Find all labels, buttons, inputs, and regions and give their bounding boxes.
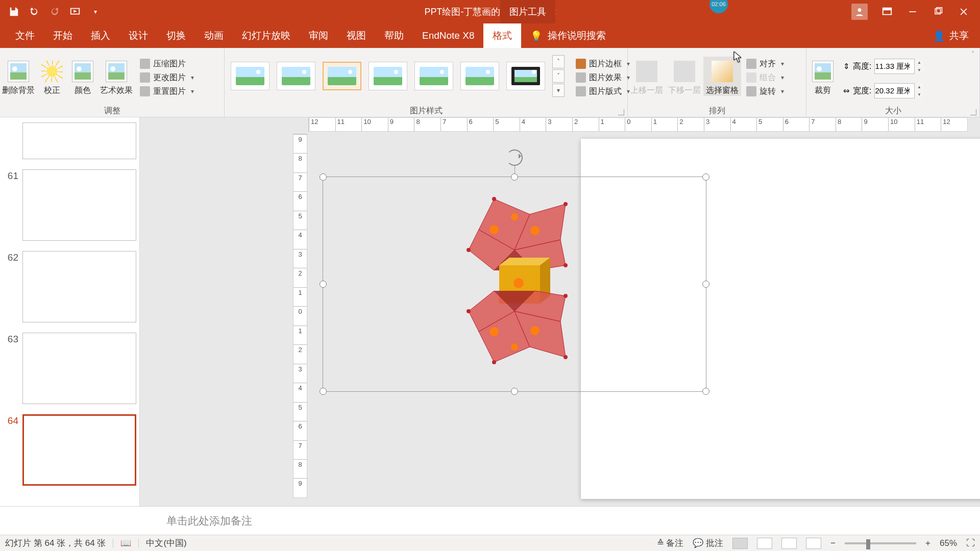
artistic-effects-button[interactable]: 艺术效果 xyxy=(98,57,135,96)
resize-handle-e[interactable] xyxy=(702,281,709,288)
collapse-ribbon-icon[interactable]: ˄ xyxy=(969,50,977,58)
canvas-area[interactable] xyxy=(310,136,966,498)
zoom-level[interactable]: 65% xyxy=(940,538,957,548)
style-item-5[interactable] xyxy=(414,62,453,90)
svg-point-23 xyxy=(489,327,499,336)
selection-pane-button[interactable]: 选择窗格 xyxy=(703,57,741,96)
tab-animations[interactable]: 动画 xyxy=(195,23,233,48)
thumbnail-61[interactable]: 61 xyxy=(0,164,139,246)
tell-me[interactable]: 💡 操作说明搜索 xyxy=(530,29,606,42)
resize-handle-nw[interactable] xyxy=(320,173,327,181)
save-icon[interactable] xyxy=(8,6,19,17)
style-item-7[interactable] xyxy=(506,62,545,90)
tab-insert[interactable]: 插入 xyxy=(82,23,119,48)
border-icon xyxy=(576,59,586,69)
resize-handle-s[interactable] xyxy=(511,388,518,395)
remove-background-button[interactable]: 删除背景 xyxy=(0,57,37,96)
normal-view-button[interactable] xyxy=(732,538,748,549)
dialog-launcher-icon[interactable] xyxy=(618,109,624,115)
compress-pictures-button[interactable]: 压缩图片 xyxy=(135,57,199,71)
maximize-icon[interactable] xyxy=(932,6,944,18)
zoom-slider[interactable] xyxy=(845,542,916,544)
thumbnail-63[interactable]: 63 xyxy=(0,328,139,409)
change-icon xyxy=(140,72,150,83)
tab-transitions[interactable]: 切换 xyxy=(157,23,195,48)
dialog-launcher-icon[interactable] xyxy=(970,109,976,115)
tab-format[interactable]: 格式 xyxy=(483,23,521,48)
qat-more-icon[interactable]: ▾ xyxy=(90,6,101,17)
svg-point-27 xyxy=(492,197,496,201)
minimize-icon[interactable] xyxy=(906,6,919,18)
ribbon-display-icon[interactable] xyxy=(881,6,893,18)
color-button[interactable]: 颜色 xyxy=(67,57,98,96)
picture-border-button[interactable]: 图片边框▾ xyxy=(571,57,635,71)
tab-home[interactable]: 开始 xyxy=(44,23,82,48)
thumbnail-62[interactable]: 62 xyxy=(0,246,139,328)
language-status[interactable]: 中文(中国) xyxy=(146,537,186,549)
svg-point-20 xyxy=(489,225,499,234)
thumbnail-prev[interactable] xyxy=(0,117,139,164)
picture-layout-button[interactable]: 图片版式▾ xyxy=(571,85,635,98)
rotate-button[interactable]: 旋转▾ xyxy=(741,85,789,98)
style-item-3[interactable] xyxy=(323,62,361,90)
corrections-button[interactable]: 校正 xyxy=(37,57,67,96)
gallery-more-icon[interactable]: ▾ xyxy=(552,84,565,97)
bring-forward-button[interactable]: 上移一层 xyxy=(628,57,666,96)
notes-pane[interactable]: 单击此处添加备注 xyxy=(0,506,980,535)
spin-up-icon[interactable]: ▲ xyxy=(914,59,923,66)
picture-styles-gallery: ˄ ˅ ▾ xyxy=(225,55,571,97)
fit-to-window-icon[interactable]: ⛶ xyxy=(966,538,975,548)
crystal-image[interactable] xyxy=(458,194,581,367)
group-button[interactable]: 组合▾ xyxy=(741,71,789,85)
tab-slideshow[interactable]: 幻灯片放映 xyxy=(233,23,300,48)
tab-endnote[interactable]: EndNote X8 xyxy=(413,23,483,48)
style-item-6[interactable] xyxy=(460,62,499,90)
resize-handle-sw[interactable] xyxy=(320,388,327,395)
slide-thumbnails[interactable]: 61 62 63 64 xyxy=(0,117,140,506)
gallery-up-icon[interactable]: ˄ xyxy=(552,55,565,68)
color-label: 颜色 xyxy=(75,85,91,96)
crop-button[interactable]: 裁剪 xyxy=(806,57,839,96)
sorter-view-button[interactable] xyxy=(757,538,772,549)
style-item-4[interactable] xyxy=(369,62,407,90)
undo-icon[interactable] xyxy=(29,6,40,17)
reset-picture-button[interactable]: 重置图片▾ xyxy=(135,85,199,98)
color-icon xyxy=(72,61,93,82)
style-item-2[interactable] xyxy=(277,62,315,90)
spin-down-icon[interactable]: ▼ xyxy=(914,66,923,74)
resize-handle-ne[interactable] xyxy=(702,173,709,181)
notes-toggle[interactable]: ≙ 备注 xyxy=(657,537,684,549)
share-button[interactable]: 👤 共享 xyxy=(933,29,980,42)
style-item-1[interactable] xyxy=(231,62,270,90)
tab-design[interactable]: 设计 xyxy=(119,23,157,48)
start-from-beginning-icon[interactable] xyxy=(69,6,81,17)
picture-effects-button[interactable]: 图片效果▾ xyxy=(571,71,635,85)
resize-handle-se[interactable] xyxy=(702,388,709,395)
comments-toggle[interactable]: 💬 批注 xyxy=(693,537,723,549)
change-label: 更改图片 xyxy=(153,72,186,83)
zoom-in-icon[interactable]: + xyxy=(925,538,930,548)
tab-view[interactable]: 视图 xyxy=(337,23,375,48)
slideshow-view-button[interactable] xyxy=(806,538,821,549)
resize-handle-n[interactable] xyxy=(511,173,518,181)
tab-file[interactable]: 文件 xyxy=(6,23,44,48)
send-backward-button[interactable]: 下移一层 xyxy=(666,57,703,96)
align-button[interactable]: 对齐▾ xyxy=(741,57,789,71)
account-avatar[interactable] xyxy=(851,4,868,20)
spin-up-icon[interactable]: ▲ xyxy=(914,83,923,91)
thumbnail-64[interactable]: 64 xyxy=(0,409,139,491)
gallery-down-icon[interactable]: ˅ xyxy=(552,69,565,83)
timer-badge: 02:06 xyxy=(709,0,728,13)
tab-review[interactable]: 审阅 xyxy=(300,23,337,48)
change-picture-button[interactable]: 更改图片▾ xyxy=(135,71,199,85)
spin-down-icon[interactable]: ▼ xyxy=(914,91,923,98)
rotate-handle[interactable] xyxy=(506,149,523,166)
zoom-out-icon[interactable]: − xyxy=(830,538,836,548)
group-icon xyxy=(746,72,756,83)
reading-view-button[interactable] xyxy=(781,538,797,549)
resize-handle-w[interactable] xyxy=(320,281,327,288)
tab-help[interactable]: 帮助 xyxy=(375,23,413,48)
close-icon[interactable] xyxy=(958,6,970,18)
redo-icon[interactable] xyxy=(49,6,60,17)
spellcheck-icon[interactable]: 📖 xyxy=(120,538,131,548)
